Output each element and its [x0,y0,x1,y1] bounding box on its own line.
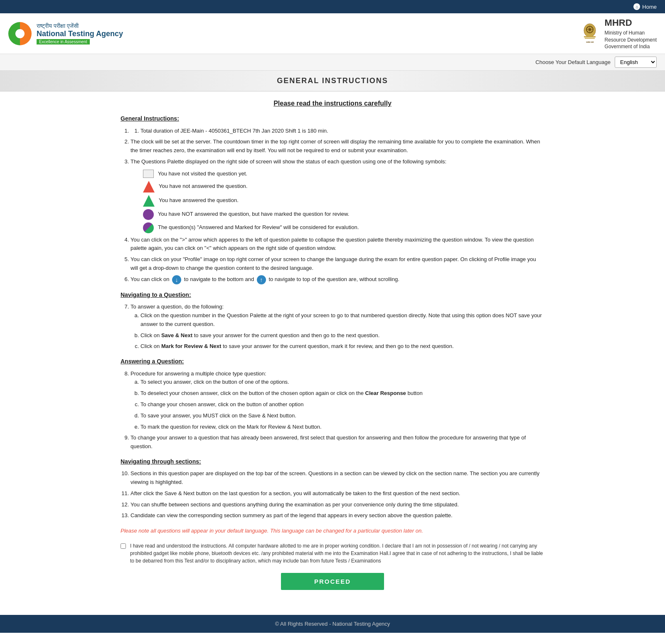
symbol-item-2: You have not answered the question. [143,181,544,192]
item6-mid: to navigate to the bottom and [184,276,254,282]
mhrd-line1: Ministry of Human [605,30,657,37]
instruction-item-4: You can click on the ">" arrow which app… [131,236,544,253]
navigating-sections-list: Sections in this question paper are disp… [131,469,544,520]
sym5-text: The question(s) "Answered and Marked for… [158,223,359,232]
item6-pre: You can click on [131,276,169,282]
instruction-item-1: Total duration of JEE-Main - 4050361_BTE… [131,127,544,136]
instruction-1-sub: Total duration of JEE-Main - 4050361_BTE… [140,127,544,136]
notice-text: Please note all questions will appear in… [121,527,544,535]
navigating-question-list: To answer a question, do the following: … [131,303,544,351]
item6-post: to navigate to top of the question are, … [268,276,399,282]
symbol-item-3: You have answered the question. [143,195,544,207]
home-label: Home [642,4,657,10]
declaration-area: I have read and understood the instructi… [121,542,544,565]
item7c-post: to save your answer for the current ques… [223,343,454,349]
item8c: To change your chosen answer, click on t… [140,400,544,409]
item8b-post: button [407,390,422,396]
nta-logo-text: राष्ट्रीय परीक्षा एजेंसी National Testin… [37,22,123,45]
mhrd-line3: Government of India [605,43,657,50]
nta-logo-icon [8,22,32,45]
sym2-text: You have not answered the question. [159,182,247,191]
instruction-item-12: You can shuffle between sections and que… [131,501,544,509]
svg-rect-8 [585,38,595,39]
nav-down-icon: ↓ [172,275,181,284]
language-select[interactable]: English Hindi [615,57,657,68]
section-header: GENERAL INSTRUCTIONS [0,71,665,91]
instruction-item-3: The Questions Palette displayed on the r… [131,158,544,233]
instruction-item-5: You can click on your "Profile" image on… [131,255,544,273]
proceed-button[interactable]: PROCEED [281,573,384,590]
general-instructions-list: Total duration of JEE-Main - 4050361_BTE… [131,127,544,284]
item7a: Click on the question number in the Ques… [140,311,544,329]
item8b: To deselect your chosen answer, click on… [140,389,544,398]
item7b-bold: Save & Next [161,332,192,338]
section-title: GENERAL INSTRUCTIONS [8,76,657,85]
marked-review-symbol [143,209,154,220]
item7c-pre: Click on [140,343,160,349]
instruction-item-13: Candidate can view the corresponding sec… [131,511,544,520]
item7c: Click on Mark for Review & Next to save … [140,342,544,351]
sym3-text: You have answered the question. [159,196,239,205]
instruction-item-9: To change your answer to a question that… [131,434,544,451]
sym4-text: You have NOT answered the question, but … [158,210,349,219]
declaration-checkbox[interactable] [121,543,126,549]
mhrd-logo-area: सत्यमेव जयते MHRD Ministry of Human Reso… [579,17,657,50]
not-visited-symbol [143,170,154,178]
instruction-item-6: You can click on ↓ to navigate to the bo… [131,275,544,284]
answered-marked-symbol [143,222,154,233]
item8e: To mark the question for review, click o… [140,423,544,432]
nta-logo-area: राष्ट्रीय परीक्षा एजेंसी National Testin… [8,22,123,45]
declaration-text: I have read and understood the instructi… [130,542,544,565]
nav-up-icon: ↑ [257,275,266,284]
page-footer: © All Rights Reserved - National Testing… [0,615,665,633]
item7b-pre: Click on [140,332,160,338]
mhrd-text-block: MHRD Ministry of Human Resource Developm… [605,17,657,50]
instruction-item-8: Procedure for answering a multiple choic… [131,370,544,432]
item7-intro: To answer a question, do the following: [131,303,224,310]
svg-text:सत्यमेव जयते: सत्यमेव जयते [586,41,594,43]
symbol-list: You have not visited the question yet. Y… [143,170,544,233]
answering-heading: Answering a Question: [121,357,544,366]
symbol-item-1: You have not visited the question yet. [143,170,544,178]
home-link[interactable]: ⌂ Home [633,3,657,10]
mhrd-emblem-icon: सत्यमेव जयते [579,21,601,46]
home-icon: ⌂ [633,3,640,10]
general-instructions-heading: General Instructions: [121,114,544,123]
item8-sublist: To select you answer, click on the butto… [140,378,544,431]
language-label: Choose Your Default Language [535,59,611,65]
page-title: Please read the instructions carefully [121,100,544,107]
item7b: Click on Save & Next to save your answer… [140,331,544,340]
answering-list: Procedure for answering a multiple choic… [131,370,544,451]
instructions-body: General Instructions: Total duration of … [121,114,544,590]
instruction-item-7: To answer a question, do the following: … [131,303,544,351]
item8d: To save your answer, you MUST click on t… [140,412,544,420]
item8a: To select you answer, click on the butto… [140,378,544,387]
item8b-pre: To deselect your chosen answer, click on… [140,390,364,396]
language-selector-bar: Choose Your Default Language English Hin… [0,54,665,71]
instruction-item-11: After click the Save & Next button on th… [131,489,544,498]
symbol-item-4: You have NOT answered the question, but … [143,209,544,220]
instruction-1-sublist: Total duration of JEE-Main - 4050361_BTE… [140,127,544,136]
nta-english-name: National Testing Agency [37,30,123,39]
instruction-item-10: Sections in this question paper are disp… [131,469,544,487]
nta-hindi-name: राष्ट्रीय परीक्षा एजेंसी [37,22,123,30]
item7b-post: to save your answer for the current ques… [194,332,380,338]
page-header: राष्ट्रीय परीक्षा एजेंसी National Testin… [0,13,665,54]
mhrd-title: MHRD [605,17,657,30]
answered-symbol [143,195,155,207]
sym1-text: You have not visited the question yet. [158,170,247,178]
not-answered-symbol [143,181,155,192]
instruction-3-intro: The Questions Palette displayed on the r… [131,158,446,165]
navigating-question-heading: Navigating to a Question: [121,290,544,299]
nta-tagline: Excellence in Assessment [37,39,90,44]
item8b-bold: Clear Response [365,390,406,396]
svg-rect-7 [584,36,596,37]
navigating-sections-heading: Navigating through sections: [121,457,544,466]
top-navigation-bar: ⌂ Home [0,0,665,13]
item8-intro: Procedure for answering a multiple choic… [131,370,266,377]
item7c-bold: Mark for Review & Next [161,343,222,349]
instruction-item-2: The clock will be set at the server. The… [131,138,544,155]
item7-sublist: Click on the question number in the Ques… [140,311,544,351]
footer-text: © All Rights Reserved - National Testing… [275,621,390,627]
mhrd-line2: Resource Development [605,37,657,44]
